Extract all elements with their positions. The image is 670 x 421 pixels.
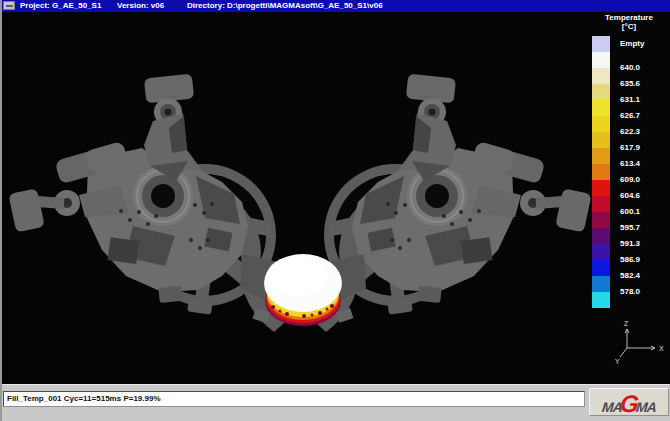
legend-color-block <box>592 132 610 148</box>
magmasoft-window: Project: G_AE_50_S1 Version: v06 Directo… <box>0 0 670 421</box>
project-label: Project: G_AE_50_S1 <box>20 0 101 12</box>
legend-label: 622.3 <box>620 127 640 137</box>
legend-label: Empty <box>620 39 644 49</box>
axis-x-label: X <box>659 345 664 352</box>
legend-color-block <box>592 84 610 100</box>
legend-color-block <box>592 52 610 68</box>
main-viewport[interactable]: Z X Y Temperature [°C] Empty640.0635.663… <box>2 12 670 384</box>
scene-canvas: Z X Y <box>2 12 670 384</box>
legend-color-block <box>592 68 610 84</box>
legend-color-block <box>592 292 610 308</box>
legend-colorbar-wrap: Empty640.0635.6631.1626.7622.3617.9613.4… <box>590 36 668 316</box>
legend-label: 635.6 <box>620 79 640 89</box>
legend-label: 626.7 <box>620 111 640 121</box>
legend-colorbar <box>592 36 610 308</box>
axis-triad-icon: Z X Y <box>615 320 664 365</box>
legend-title-line1: Temperature <box>590 13 668 22</box>
biscuit <box>240 254 366 326</box>
window-menu-dash-icon <box>6 5 13 7</box>
legend-label: 591.3 <box>620 239 640 249</box>
legend-title: Temperature [°C] <box>590 13 668 31</box>
legend-label: 631.1 <box>620 95 640 105</box>
status-bar: Fill_Temp_001 Cyc=11=515ms P=19.99% MA G… <box>2 384 670 421</box>
magma-logo: MA G MA <box>589 388 669 416</box>
legend-label: 586.9 <box>620 255 640 265</box>
legend-color-block <box>592 276 610 292</box>
legend-label: 613.4 <box>620 159 640 169</box>
legend-label: 604.6 <box>620 191 640 201</box>
window-menu-icon[interactable] <box>3 1 15 10</box>
legend-label: 595.7 <box>620 223 640 233</box>
legend-color-block <box>592 212 610 228</box>
temperature-legend: Temperature [°C] Empty640.0635.6631.1626… <box>590 13 668 316</box>
version-label: Version: v06 <box>117 0 164 12</box>
legend-label: 609.0 <box>620 175 640 185</box>
legend-color-block <box>592 196 610 212</box>
magma-logo-text-right: MA <box>636 401 657 413</box>
legend-color-block <box>592 244 610 260</box>
legend-color-block <box>592 100 610 116</box>
legend-label: 640.0 <box>620 63 640 73</box>
legend-label: 600.1 <box>620 207 640 217</box>
legend-color-block <box>592 36 610 52</box>
legend-color-block <box>592 148 610 164</box>
directory-label: Directory: D:\progetti\MAGMAsoft\G_AE_50… <box>187 0 383 12</box>
legend-label: 578.0 <box>620 287 640 297</box>
title-bar: Project: G_AE_50_S1 Version: v06 Directo… <box>2 0 670 12</box>
legend-title-line2: [°C] <box>590 22 668 31</box>
axis-y-label: Y <box>615 358 620 365</box>
result-status-field[interactable]: Fill_Temp_001 Cyc=11=515ms P=19.99% <box>3 391 585 407</box>
legend-color-block <box>592 116 610 132</box>
legend-color-block <box>592 164 610 180</box>
legend-color-block <box>592 180 610 196</box>
legend-label: 617.9 <box>620 143 640 153</box>
legend-label: 582.4 <box>620 271 640 281</box>
legend-color-block <box>592 260 610 276</box>
legend-color-block <box>592 228 610 244</box>
legend-labels: Empty640.0635.6631.1626.7622.3617.9613.4… <box>620 36 666 312</box>
axis-z-label: Z <box>624 320 629 327</box>
